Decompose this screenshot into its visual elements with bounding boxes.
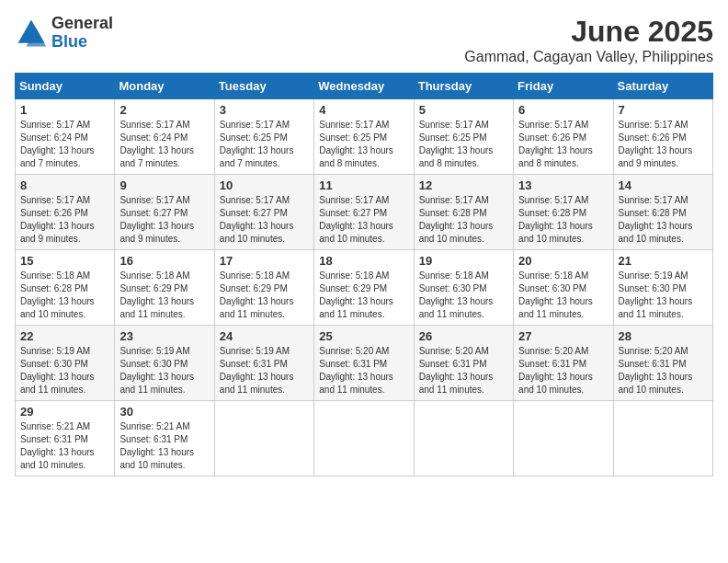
day-number: 30	[119, 405, 209, 419]
day-cell-8: 8Sunrise: 5:17 AMSunset: 6:26 PMDaylight…	[16, 175, 115, 250]
day-cell-18: 18Sunrise: 5:18 AMSunset: 6:29 PMDayligh…	[314, 250, 414, 326]
header-day-friday: Friday	[514, 74, 613, 99]
header-day-monday: Monday	[115, 74, 214, 99]
day-cell-2: 2Sunrise: 5:17 AMSunset: 6:24 PMDaylight…	[115, 99, 214, 175]
day-number: 24	[220, 329, 309, 343]
day-info: Sunrise: 5:17 AMSunset: 6:27 PMDaylight:…	[319, 195, 393, 244]
day-info: Sunrise: 5:20 AMSunset: 6:31 PMDaylight:…	[319, 346, 393, 395]
day-number: 5	[419, 103, 508, 117]
day-info: Sunrise: 5:17 AMSunset: 6:28 PMDaylight:…	[619, 195, 693, 244]
day-number: 19	[419, 254, 508, 268]
header-day-thursday: Thursday	[414, 74, 513, 99]
day-cell-19: 19Sunrise: 5:18 AMSunset: 6:30 PMDayligh…	[414, 250, 513, 326]
day-cell-11: 11Sunrise: 5:17 AMSunset: 6:27 PMDayligh…	[314, 175, 414, 250]
day-cell-14: 14Sunrise: 5:17 AMSunset: 6:28 PMDayligh…	[613, 175, 712, 250]
day-number: 7	[619, 103, 708, 117]
day-info: Sunrise: 5:18 AMSunset: 6:29 PMDaylight:…	[319, 270, 393, 319]
day-number: 20	[518, 254, 608, 268]
day-cell-23: 23Sunrise: 5:19 AMSunset: 6:30 PMDayligh…	[115, 326, 214, 401]
day-info: Sunrise: 5:17 AMSunset: 6:26 PMDaylight:…	[619, 120, 693, 168]
day-info: Sunrise: 5:18 AMSunset: 6:29 PMDaylight:…	[119, 270, 194, 319]
day-info: Sunrise: 5:17 AMSunset: 6:25 PMDaylight:…	[220, 120, 294, 168]
day-number: 15	[20, 254, 109, 268]
day-cell-7: 7Sunrise: 5:17 AMSunset: 6:26 PMDaylight…	[613, 99, 712, 175]
day-info: Sunrise: 5:17 AMSunset: 6:26 PMDaylight:…	[20, 195, 95, 244]
day-number: 21	[619, 254, 708, 268]
day-cell-20: 20Sunrise: 5:18 AMSunset: 6:30 PMDayligh…	[514, 250, 613, 326]
empty-cell	[514, 401, 613, 477]
week-row-4: 22Sunrise: 5:19 AMSunset: 6:30 PMDayligh…	[16, 326, 713, 401]
location-title: Gammad, Cagayan Valley, Philippines	[464, 49, 713, 65]
month-title: June 2025	[464, 15, 713, 49]
day-cell-9: 9Sunrise: 5:17 AMSunset: 6:27 PMDaylight…	[115, 175, 214, 250]
day-info: Sunrise: 5:17 AMSunset: 6:28 PMDaylight:…	[518, 195, 593, 244]
day-number: 22	[20, 329, 109, 343]
day-info: Sunrise: 5:21 AMSunset: 6:31 PMDaylight:…	[119, 421, 194, 470]
day-info: Sunrise: 5:19 AMSunset: 6:30 PMDaylight:…	[20, 346, 95, 395]
day-cell-24: 24Sunrise: 5:19 AMSunset: 6:31 PMDayligh…	[214, 326, 313, 401]
day-number: 10	[220, 178, 309, 192]
header-day-wednesday: Wednesday	[314, 74, 414, 99]
day-info: Sunrise: 5:17 AMSunset: 6:26 PMDaylight:…	[518, 120, 593, 168]
calendar-table: SundayMondayTuesdayWednesdayThursdayFrid…	[15, 73, 713, 477]
day-number: 17	[220, 254, 309, 268]
day-info: Sunrise: 5:20 AMSunset: 6:31 PMDaylight:…	[518, 346, 593, 395]
day-info: Sunrise: 5:17 AMSunset: 6:24 PMDaylight:…	[119, 120, 194, 168]
day-number: 23	[119, 329, 209, 343]
header-day-saturday: Saturday	[613, 74, 712, 99]
header-day-tuesday: Tuesday	[214, 74, 313, 99]
logo-general-label: General	[51, 15, 113, 33]
header-row: SundayMondayTuesdayWednesdayThursdayFrid…	[16, 74, 713, 99]
day-number: 4	[319, 103, 408, 117]
day-cell-6: 6Sunrise: 5:17 AMSunset: 6:26 PMDaylight…	[514, 99, 613, 175]
day-info: Sunrise: 5:19 AMSunset: 6:31 PMDaylight:…	[220, 346, 294, 395]
day-number: 11	[319, 178, 408, 192]
day-info: Sunrise: 5:17 AMSunset: 6:25 PMDaylight:…	[419, 120, 494, 168]
day-cell-1: 1Sunrise: 5:17 AMSunset: 6:24 PMDaylight…	[16, 99, 115, 175]
logo-icon	[15, 17, 48, 50]
header-day-sunday: Sunday	[16, 74, 115, 99]
day-cell-12: 12Sunrise: 5:17 AMSunset: 6:28 PMDayligh…	[414, 175, 513, 250]
day-cell-25: 25Sunrise: 5:20 AMSunset: 6:31 PMDayligh…	[314, 326, 414, 401]
day-cell-28: 28Sunrise: 5:20 AMSunset: 6:31 PMDayligh…	[613, 326, 712, 401]
day-info: Sunrise: 5:18 AMSunset: 6:30 PMDaylight:…	[419, 270, 494, 319]
day-number: 9	[119, 178, 209, 192]
day-info: Sunrise: 5:19 AMSunset: 6:30 PMDaylight:…	[119, 346, 194, 395]
day-number: 26	[419, 329, 508, 343]
day-number: 12	[419, 178, 508, 192]
day-cell-10: 10Sunrise: 5:17 AMSunset: 6:27 PMDayligh…	[214, 175, 313, 250]
day-info: Sunrise: 5:21 AMSunset: 6:31 PMDaylight:…	[20, 421, 95, 470]
logo-text: General Blue	[51, 15, 113, 52]
header: General Blue June 2025 Gammad, Cagayan V…	[15, 15, 713, 65]
day-number: 3	[220, 103, 309, 117]
week-row-1: 1Sunrise: 5:17 AMSunset: 6:24 PMDaylight…	[16, 99, 713, 175]
day-number: 6	[518, 103, 608, 117]
week-row-5: 29Sunrise: 5:21 AMSunset: 6:31 PMDayligh…	[16, 401, 713, 477]
day-info: Sunrise: 5:18 AMSunset: 6:29 PMDaylight:…	[220, 270, 294, 319]
day-number: 13	[518, 178, 608, 192]
day-info: Sunrise: 5:19 AMSunset: 6:30 PMDaylight:…	[619, 270, 693, 319]
day-number: 8	[20, 178, 109, 192]
day-cell-26: 26Sunrise: 5:20 AMSunset: 6:31 PMDayligh…	[414, 326, 513, 401]
day-info: Sunrise: 5:17 AMSunset: 6:27 PMDaylight:…	[119, 195, 194, 244]
day-number: 25	[319, 329, 408, 343]
day-number: 27	[518, 329, 608, 343]
day-info: Sunrise: 5:20 AMSunset: 6:31 PMDaylight:…	[619, 346, 693, 395]
day-number: 16	[119, 254, 209, 268]
empty-cell	[613, 401, 712, 477]
day-number: 18	[319, 254, 408, 268]
day-number: 14	[619, 178, 708, 192]
day-info: Sunrise: 5:17 AMSunset: 6:27 PMDaylight:…	[220, 195, 294, 244]
day-cell-16: 16Sunrise: 5:18 AMSunset: 6:29 PMDayligh…	[115, 250, 214, 326]
day-cell-17: 17Sunrise: 5:18 AMSunset: 6:29 PMDayligh…	[214, 250, 313, 326]
day-cell-21: 21Sunrise: 5:19 AMSunset: 6:30 PMDayligh…	[613, 250, 712, 326]
day-info: Sunrise: 5:18 AMSunset: 6:30 PMDaylight:…	[518, 270, 593, 319]
empty-cell	[314, 401, 414, 477]
day-cell-4: 4Sunrise: 5:17 AMSunset: 6:25 PMDaylight…	[314, 99, 414, 175]
logo-blue-label: Blue	[51, 33, 113, 52]
day-cell-5: 5Sunrise: 5:17 AMSunset: 6:25 PMDaylight…	[414, 99, 513, 175]
day-info: Sunrise: 5:20 AMSunset: 6:31 PMDaylight:…	[419, 346, 494, 395]
day-cell-13: 13Sunrise: 5:17 AMSunset: 6:28 PMDayligh…	[514, 175, 613, 250]
day-info: Sunrise: 5:17 AMSunset: 6:24 PMDaylight:…	[20, 120, 95, 168]
empty-cell	[214, 401, 313, 477]
